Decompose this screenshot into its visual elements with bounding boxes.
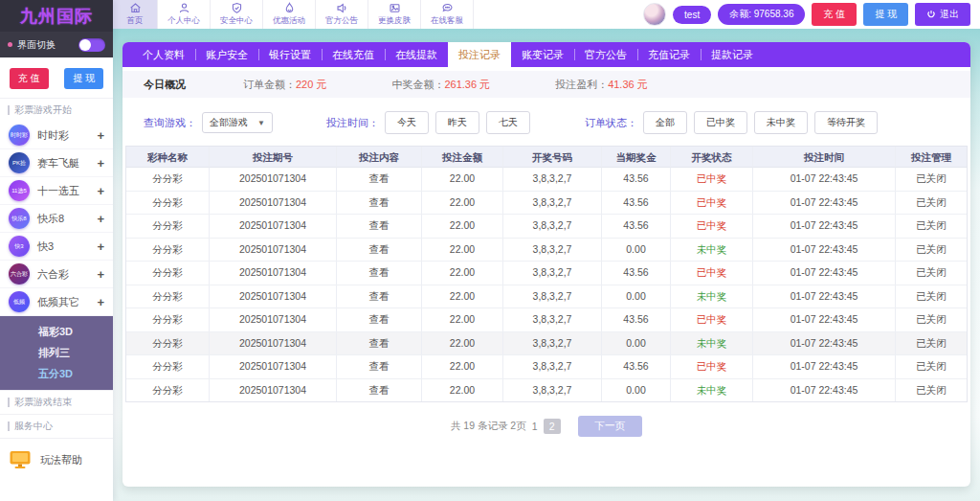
- cell-amount: 22.00: [422, 285, 503, 308]
- username-pill[interactable]: test: [673, 6, 711, 24]
- time-filter-button[interactable]: 七天: [486, 111, 530, 134]
- avatar[interactable]: [643, 3, 666, 26]
- game-select[interactable]: 全部游戏 ▼: [202, 112, 273, 133]
- tab[interactable]: 账户安全: [195, 42, 258, 67]
- tab[interactable]: 银行设置: [258, 42, 322, 67]
- tab[interactable]: 在线充值: [322, 42, 385, 67]
- view-content-link[interactable]: 查看: [337, 215, 422, 238]
- tab[interactable]: 提款记录: [701, 42, 764, 67]
- page-2-button[interactable]: 2: [544, 419, 561, 434]
- view-content-link[interactable]: 查看: [337, 285, 422, 308]
- submenu-item[interactable]: 福彩3D: [0, 321, 113, 342]
- cell-prize: 0.00: [602, 379, 671, 402]
- cell-status: 未中奖: [671, 332, 753, 355]
- expand-plus-icon[interactable]: +: [97, 212, 104, 226]
- cell-manage: 已关闭: [896, 355, 967, 378]
- topbar-recharge-button[interactable]: 充 值: [812, 3, 857, 26]
- cell-bet-time: 01-07 22:43:45: [753, 262, 896, 285]
- shield-check-icon: [231, 2, 243, 14]
- expand-plus-icon[interactable]: +: [97, 295, 104, 309]
- cell-lottery-name: 分分彩: [126, 355, 210, 378]
- home-icon: [129, 2, 142, 14]
- cell-draw-numbers: 3,8,3,2,7: [503, 239, 602, 262]
- cell-draw-numbers: 3,8,3,2,7: [503, 192, 602, 215]
- tab[interactable]: 投注记录: [448, 42, 511, 67]
- pagination: 共 19 条记录 2页 1 2 下一页: [122, 416, 970, 437]
- view-content-link[interactable]: 查看: [337, 308, 422, 331]
- nav-item-profile[interactable]: 个人中心: [158, 0, 211, 29]
- cell-status: 未中奖: [671, 379, 753, 402]
- status-filter-button[interactable]: 全部: [643, 111, 687, 134]
- cell-amount: 22.00: [422, 379, 503, 402]
- expand-plus-icon[interactable]: +: [97, 267, 104, 282]
- interface-toggle[interactable]: [78, 38, 105, 52]
- cell-lottery-name: 分分彩: [126, 285, 210, 308]
- nav-item-announcements[interactable]: 官方公告: [316, 0, 368, 29]
- table-header: 彩种名称投注期号投注内容投注金额开奖号码当期奖金开奖状态投注时间投注管理: [126, 147, 967, 168]
- cell-draw-numbers: 3,8,3,2,7: [503, 168, 602, 191]
- time-filter-button[interactable]: 今天: [385, 111, 429, 134]
- help-item[interactable]: 玩法帮助: [0, 438, 113, 481]
- sidebar-withdraw-button[interactable]: 提 现: [64, 68, 103, 89]
- game-badge-icon: 低频: [9, 291, 30, 312]
- expand-plus-icon[interactable]: +: [97, 184, 104, 198]
- image-icon: [389, 2, 401, 14]
- expand-plus-icon[interactable]: +: [97, 239, 104, 254]
- game-label: 六合彩: [37, 267, 69, 282]
- tab[interactable]: 充值记录: [637, 42, 701, 67]
- column-header: 投注金额: [422, 147, 503, 168]
- cell-period: 202501071304: [210, 308, 337, 331]
- section-games-end-label: 彩票游戏结束: [14, 396, 72, 409]
- expand-plus-icon[interactable]: +: [97, 128, 104, 143]
- cell-amount: 22.00: [422, 355, 503, 378]
- topbar-withdraw-button[interactable]: 提 现: [863, 3, 908, 26]
- cell-bet-time: 01-07 22:43:45: [753, 285, 896, 308]
- view-content-link[interactable]: 查看: [337, 379, 422, 402]
- summary-profit-label: 投注盈利：: [555, 79, 608, 90]
- view-content-link[interactable]: 查看: [337, 239, 422, 262]
- table-row: 分分彩 202501071304 查看 22.00 3,8,3,2,7 43.5…: [126, 215, 967, 239]
- sidebar-game-item[interactable]: 快乐8 快乐8 +: [0, 205, 113, 233]
- nav-item-skin[interactable]: 更换皮肤: [368, 0, 421, 29]
- status-filter-button[interactable]: 未中奖: [754, 111, 808, 134]
- submenu-item[interactable]: 排列三: [0, 342, 113, 363]
- view-content-link[interactable]: 查看: [337, 262, 422, 285]
- cell-amount: 22.00: [422, 239, 503, 262]
- status-filter-button[interactable]: 等待开奖: [814, 111, 878, 134]
- nav-label: 官方公告: [325, 15, 358, 27]
- expand-plus-icon[interactable]: +: [97, 156, 104, 171]
- status-filter-button[interactable]: 已中奖: [694, 111, 747, 134]
- time-filter-button[interactable]: 昨天: [435, 111, 479, 134]
- logout-button[interactable]: 退出: [915, 3, 970, 26]
- cell-status: 未中奖: [671, 285, 753, 308]
- table-row: 分分彩 202501071304 查看 22.00 3,8,3,2,7 43.5…: [126, 168, 967, 192]
- tab[interactable]: 官方公告: [574, 42, 637, 67]
- nav-item-support[interactable]: 在线客服: [421, 0, 474, 29]
- game-label: 快3: [37, 239, 54, 254]
- sidebar-game-item[interactable]: 11选5 十一选五 +: [0, 177, 113, 205]
- tab[interactable]: 在线提款: [385, 42, 448, 67]
- next-page-button[interactable]: 下一页: [578, 416, 643, 437]
- help-label: 玩法帮助: [40, 453, 82, 467]
- sidebar-game-item[interactable]: 时时彩 时时彩 +: [0, 122, 113, 149]
- view-content-link[interactable]: 查看: [337, 192, 422, 215]
- view-content-link[interactable]: 查看: [337, 355, 422, 378]
- sidebar-recharge-button[interactable]: 充 值: [10, 68, 49, 89]
- view-content-link[interactable]: 查看: [337, 168, 422, 191]
- nav-item-security[interactable]: 安全中心: [211, 0, 263, 29]
- column-header: 当期奖金: [602, 147, 671, 168]
- tab[interactable]: 账变记录: [511, 42, 574, 67]
- nav-item-promotions[interactable]: 优惠活动: [263, 0, 316, 29]
- sidebar-game-item[interactable]: 六合彩 六合彩 +: [0, 261, 113, 288]
- nav-item-home[interactable]: 首页: [113, 0, 158, 29]
- nav-label: 首页: [127, 15, 144, 27]
- game-label: 十一选五: [37, 184, 79, 198]
- table-row: 分分彩 202501071304 查看 22.00 3,8,3,2,7 0.00…: [126, 379, 967, 402]
- sidebar-game-item[interactable]: 快3 快3 +: [0, 233, 113, 261]
- submenu-item[interactable]: 五分3D: [0, 363, 113, 384]
- tab[interactable]: 个人资料: [132, 42, 195, 67]
- sidebar-game-item[interactable]: PK拾 赛车飞艇 +: [0, 149, 113, 177]
- cell-bet-time: 01-07 22:43:45: [753, 239, 896, 262]
- sidebar-game-item[interactable]: 低频 低频其它 +: [0, 288, 113, 316]
- view-content-link[interactable]: 查看: [337, 332, 422, 355]
